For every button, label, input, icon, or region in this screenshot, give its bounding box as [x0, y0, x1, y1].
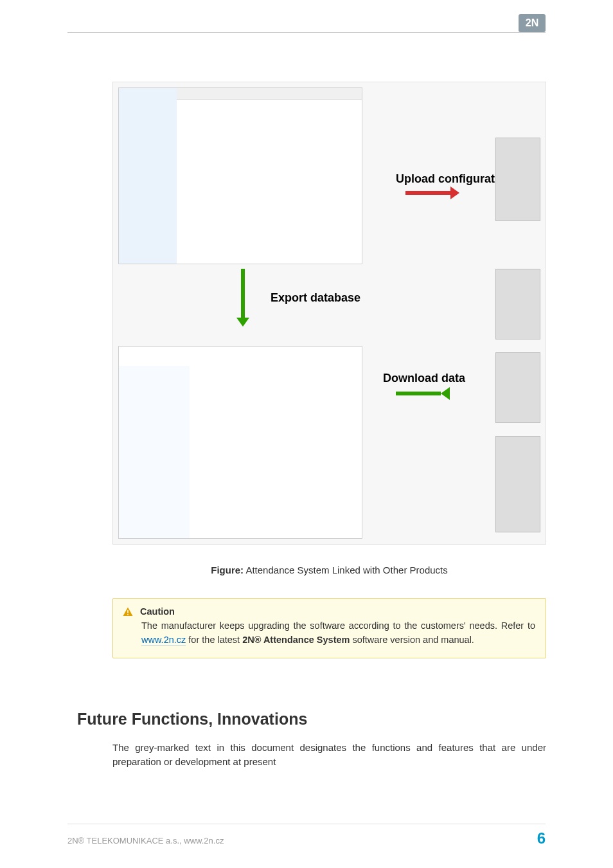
arrow-green-left-icon [396, 387, 460, 400]
label-export-database: Export database [271, 291, 360, 305]
figure-image: Upload configuration Export database Dow… [112, 82, 546, 545]
svg-rect-1 [127, 614, 129, 615]
label-download-data: Download data [383, 372, 465, 385]
device-photo-3 [495, 352, 540, 423]
device-photo-4 [495, 436, 540, 532]
caution-title: Caution [140, 606, 535, 617]
caution-body: The manufacturer keeps upgrading the sof… [141, 619, 535, 647]
section-body: The grey-marked text in this document de… [112, 741, 546, 769]
page-footer: 2N® TELEKOMUNIKACE a.s., www.2n.cz 6 [67, 824, 546, 847]
caution-link[interactable]: www.2n.cz [141, 635, 186, 646]
svg-rect-0 [127, 610, 129, 613]
caution-text-mid: for the latest [188, 635, 242, 645]
footer-company: 2N® TELEKOMUNIKACE a.s., www.2n.cz [67, 836, 224, 845]
figure-caption: Figure: Attendance System Linked with Ot… [112, 565, 546, 575]
caution-text-pre: The manufacturer keeps upgrading the sof… [141, 620, 535, 631]
device-photo-1 [495, 138, 540, 221]
arrow-red-right-icon [405, 186, 470, 199]
figure-caption-label: Figure: [211, 565, 244, 575]
caution-product-name: 2N® Attendance System [242, 635, 350, 645]
caution-callout: Caution The manufacturer keeps upgrading… [112, 598, 546, 658]
brand-logo: 2N [519, 14, 546, 32]
header-divider [67, 32, 546, 33]
label-upload-config: Upload configuration [396, 172, 512, 186]
section-heading: Future Functions, Innovations [77, 710, 307, 728]
figure-caption-text: Attendance System Linked with Other Prod… [245, 565, 447, 575]
warning-icon [122, 606, 134, 618]
caution-text-post: software version and manual. [352, 635, 474, 645]
device-photo-2 [495, 269, 540, 339]
arrow-green-down-icon [235, 269, 251, 327]
footer-page-number: 6 [537, 829, 546, 847]
